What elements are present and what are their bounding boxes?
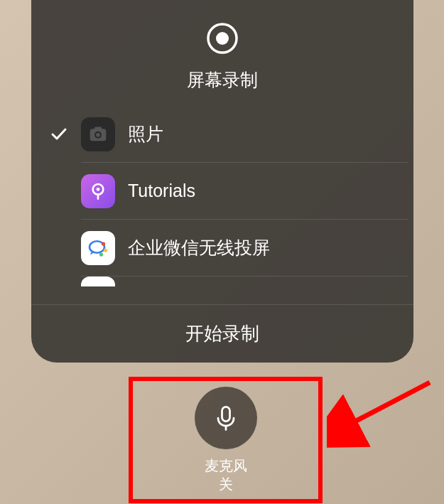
mic-label: 麦克风 <box>205 456 247 475</box>
item-label: Tutorials <box>128 181 195 201</box>
svg-line-15 <box>348 382 430 425</box>
item-label: 照片 <box>128 122 163 146</box>
svg-point-4 <box>96 132 100 136</box>
svg-point-10 <box>104 248 107 252</box>
microphone-button[interactable] <box>195 387 257 449</box>
svg-point-9 <box>102 242 105 245</box>
record-icon <box>201 17 244 60</box>
list-item[interactable]: 照片 <box>81 106 408 163</box>
photos-app-icon <box>81 117 115 151</box>
start-label: 开始录制 <box>185 321 259 346</box>
partial-app-icon <box>81 277 115 286</box>
app-list: 照片 Tutorials <box>31 106 413 304</box>
svg-point-7 <box>97 188 100 191</box>
list-item[interactable]: 企业微信无线投屏 <box>81 220 408 277</box>
screen-recording-panel: 屏幕录制 照片 <box>31 0 413 363</box>
start-recording-button[interactable]: 开始录制 <box>31 304 413 363</box>
list-item[interactable]: Tutorials <box>81 163 408 220</box>
wechat-work-app-icon <box>81 231 115 265</box>
svg-rect-5 <box>94 127 102 130</box>
svg-rect-12 <box>222 407 229 421</box>
mic-status: 关 <box>205 475 247 493</box>
annotation-arrow <box>327 377 440 455</box>
microphone-icon <box>210 402 242 434</box>
svg-point-11 <box>99 252 103 256</box>
checkmark-icon <box>49 124 69 144</box>
list-item-partial <box>81 277 408 291</box>
panel-title: 屏幕录制 <box>187 68 258 92</box>
microphone-highlight-box: 麦克风 关 <box>129 377 323 503</box>
microphone-labels: 麦克风 关 <box>205 456 247 493</box>
tutorials-app-icon <box>81 174 115 208</box>
item-label: 企业微信无线投屏 <box>128 236 270 259</box>
panel-header: 屏幕录制 <box>31 17 413 106</box>
svg-point-1 <box>216 32 229 45</box>
